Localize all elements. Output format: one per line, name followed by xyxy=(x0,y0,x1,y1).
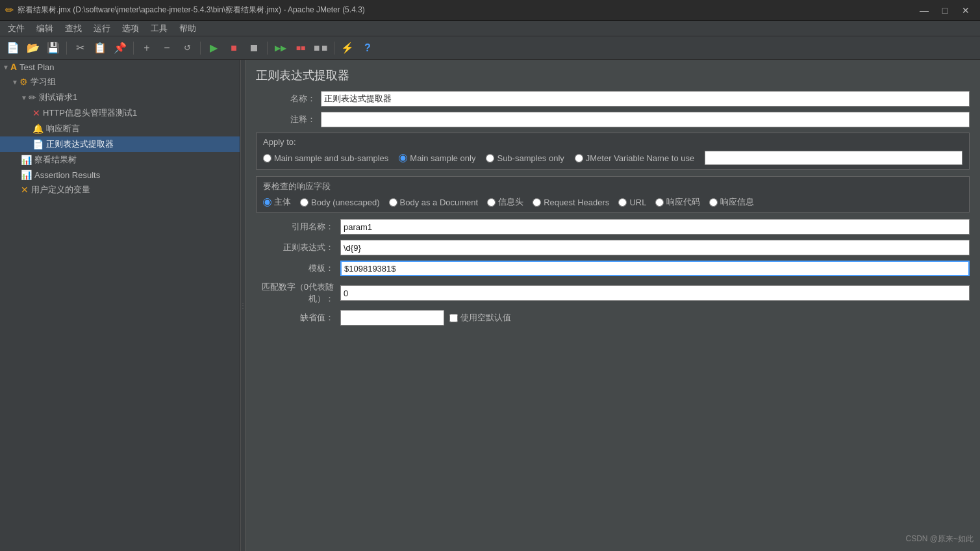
run-button[interactable]: ▶ xyxy=(205,39,223,57)
save-button[interactable]: 💾 xyxy=(44,39,62,57)
apply-main-only-label[interactable]: Main sample only xyxy=(399,153,475,163)
use-empty-label[interactable]: 使用空默认值 xyxy=(449,312,511,324)
use-empty-text: 使用空默认值 xyxy=(460,312,511,324)
field-resp-msg-radio[interactable] xyxy=(709,198,718,207)
apply-main-sub-radio[interactable] xyxy=(263,154,271,162)
sidebar-item-regex-extractor[interactable]: 📄 正则表达式提取器 xyxy=(0,136,240,152)
regex-extractor-label: 正则表达式提取器 xyxy=(46,138,114,150)
menu-item-运行[interactable]: 运行 xyxy=(88,21,116,36)
match-no-label: 匹配数字（0代表随机）： xyxy=(256,281,340,305)
sidebar-divider[interactable]: ⋮ xyxy=(240,60,245,551)
field-body-doc-radio[interactable] xyxy=(389,198,397,207)
minimize-button[interactable]: — xyxy=(915,3,933,18)
sidebar-item-response-assert[interactable]: 🔔 响应断言 xyxy=(0,121,240,136)
sidebar-item-view-results-tree[interactable]: 📊 察看结果树 xyxy=(0,152,240,168)
field-url-radio[interactable] xyxy=(618,198,627,207)
user-defined-vars-label: 用户定义的变量 xyxy=(31,184,90,196)
match-no-input[interactable] xyxy=(340,285,970,301)
function-helper-button[interactable]: ⚡ xyxy=(338,39,357,57)
ref-name-input[interactable] xyxy=(340,219,970,235)
sidebar: ▼ A Test Plan ▼ ⚙ 学习组 ▼ ✏ 测试请求1 ✕ HTTP信息… xyxy=(0,60,240,551)
view-results-tree-icon: 📊 xyxy=(21,155,32,165)
template-input[interactable] xyxy=(340,261,970,276)
jmeter-var-input[interactable] xyxy=(705,151,962,165)
copy-button[interactable]: 📋 xyxy=(91,39,109,57)
help-button[interactable]: ? xyxy=(358,39,377,57)
menu-item-文件[interactable]: 文件 xyxy=(3,21,30,36)
add-button[interactable]: + xyxy=(138,39,156,57)
field-body-doc-label[interactable]: Body as a Document xyxy=(389,198,479,207)
arrow-study-group: ▼ xyxy=(12,79,18,86)
arrow-test-plan: ▼ xyxy=(3,64,9,71)
sidebar-item-user-defined-vars[interactable]: ✕ 用户定义的变量 xyxy=(0,182,240,198)
apply-jmeter-var-text: JMeter Variable Name to use xyxy=(586,153,694,163)
field-body-label[interactable]: 主体 xyxy=(263,196,291,208)
menu-item-编辑[interactable]: 编辑 xyxy=(31,21,58,36)
remote-shutdown-button[interactable]: ⏹⏹ xyxy=(312,39,330,57)
menu-item-选项[interactable]: 选项 xyxy=(117,21,144,36)
regex-input[interactable] xyxy=(340,240,970,255)
remote-stop-button[interactable]: ■■ xyxy=(292,39,310,57)
field-body-unescaped-label[interactable]: Body (unescaped) xyxy=(300,198,380,207)
toolbar-separator-1 xyxy=(66,42,67,55)
remove-button[interactable]: − xyxy=(158,39,176,57)
apply-to-box: Apply to: Main sample and sub-samples Ma… xyxy=(256,133,970,170)
template-row: 模板： xyxy=(256,261,970,276)
apply-sub-only-radio[interactable] xyxy=(486,154,494,162)
sidebar-item-test-request1[interactable]: ▼ ✏ 测试请求1 xyxy=(0,90,240,105)
field-url-text: URL xyxy=(629,198,646,207)
field-resp-code-radio[interactable] xyxy=(655,198,664,207)
field-url-label[interactable]: URL xyxy=(618,198,646,207)
apply-jmeter-var-radio[interactable] xyxy=(575,154,583,162)
apply-main-only-radio[interactable] xyxy=(399,154,407,162)
check-field-radios: 主体 Body (unescaped) Body as a Document 信… xyxy=(263,196,962,208)
menu-item-查找[interactable]: 查找 xyxy=(60,21,87,36)
clear-button[interactable]: ↺ xyxy=(178,39,196,57)
field-body-doc-text: Body as a Document xyxy=(400,198,479,207)
open-button[interactable]: 📂 xyxy=(24,39,42,57)
comment-input[interactable] xyxy=(321,112,970,127)
toolbar-separator-3 xyxy=(200,42,201,55)
field-headers-label[interactable]: 信息头 xyxy=(487,196,523,208)
apply-main-sub-label[interactable]: Main sample and sub-samples xyxy=(263,153,388,163)
stop-button[interactable]: ■ xyxy=(225,39,243,57)
default-input[interactable] xyxy=(340,310,444,326)
name-input[interactable] xyxy=(321,91,970,107)
new-file-button[interactable]: 📄 xyxy=(4,39,22,57)
sidebar-item-test-plan[interactable]: ▼ A Test Plan xyxy=(0,60,240,74)
remote-run-button[interactable]: ▶▶ xyxy=(271,39,290,57)
close-button[interactable]: ✕ xyxy=(957,3,975,18)
field-body-unescaped-radio[interactable] xyxy=(300,198,308,207)
watermark: CSDN @原来~如此 xyxy=(905,533,974,545)
apply-jmeter-var-label[interactable]: JMeter Variable Name to use xyxy=(575,153,694,163)
field-resp-msg-label[interactable]: 响应信息 xyxy=(709,196,754,208)
title-bar: ✏ 察看结果树.jmx (D:\software\jmeter\apache-j… xyxy=(0,0,980,21)
default-row-content: 使用空默认值 xyxy=(340,310,511,326)
field-headers-radio[interactable] xyxy=(487,198,496,207)
shutdown-button[interactable]: ⏹ xyxy=(245,39,263,57)
menu-item-工具[interactable]: 工具 xyxy=(145,21,173,36)
cut-button[interactable]: ✂ xyxy=(71,39,89,57)
menu-item-帮助[interactable]: 帮助 xyxy=(174,21,201,36)
title-bar-controls: — □ ✕ xyxy=(915,3,975,18)
sidebar-item-assertion-results[interactable]: 📊 Assertion Results xyxy=(0,168,240,182)
default-label: 缺省值： xyxy=(256,312,340,324)
main-layout: ▼ A Test Plan ▼ ⚙ 学习组 ▼ ✏ 测试请求1 ✕ HTTP信息… xyxy=(0,60,980,551)
sidebar-item-study-group[interactable]: ▼ ⚙ 学习组 xyxy=(0,74,240,90)
sidebar-item-http-header[interactable]: ✕ HTTP信息头管理器测试1 xyxy=(0,105,240,121)
apply-sub-only-label[interactable]: Sub-samples only xyxy=(486,153,564,163)
assertion-results-label: Assertion Results xyxy=(34,170,100,180)
field-body-radio[interactable] xyxy=(263,198,271,207)
http-header-label: HTTP信息头管理器测试1 xyxy=(43,107,137,119)
test-request1-icon: ✏ xyxy=(29,92,36,103)
field-resp-code-label[interactable]: 响应代码 xyxy=(655,196,700,208)
window-title: 察看结果树.jmx (D:\software\jmeter\apache-jme… xyxy=(18,5,365,16)
maximize-button[interactable]: □ xyxy=(936,3,954,18)
use-empty-checkbox[interactable] xyxy=(449,314,458,322)
http-header-icon: ✕ xyxy=(32,108,40,118)
field-headers-text: 信息头 xyxy=(498,196,523,208)
field-req-headers-radio[interactable] xyxy=(533,198,541,207)
paste-button[interactable]: 📌 xyxy=(111,39,129,57)
field-req-headers-label[interactable]: Request Headers xyxy=(533,198,609,207)
name-label: 名称： xyxy=(256,93,321,105)
